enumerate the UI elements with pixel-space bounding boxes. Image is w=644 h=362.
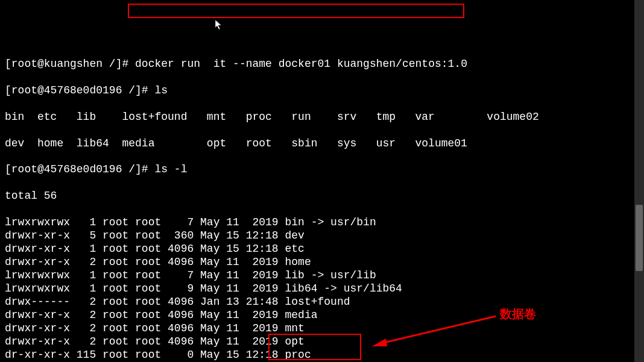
scrollbar-thumb[interactable] bbox=[636, 205, 643, 271]
shell-prompt: [root@45768e0d0196 /]# bbox=[5, 163, 154, 175]
ls-long-listing: lrwxrwxrwx 1 root root 7 May 11 2019 bin… bbox=[5, 216, 639, 362]
command-text: ls bbox=[154, 84, 168, 96]
annotation-label: 数据卷 bbox=[500, 307, 536, 321]
shell-prompt: [root@45768e0d0196 /]# bbox=[5, 84, 154, 96]
terminal-line: [root@45768e0d0196 /]# ls bbox=[5, 84, 639, 98]
terminal-line: [root@45768e0d0196 /]# ls -l bbox=[5, 163, 639, 176]
shell-prompt: [root@kuangshen /]# bbox=[5, 58, 135, 70]
terminal-line: [root@kuangshen /]# docker run it --name… bbox=[5, 58, 639, 71]
command-text: ls -l bbox=[154, 163, 187, 175]
ls-output-line: bin etc lib lost+found mnt proc run srv … bbox=[5, 111, 639, 124]
highlight-box-command bbox=[128, 4, 464, 18]
ls-output-line: dev home lib64 media opt root sbin sys u… bbox=[5, 137, 639, 151]
ls-total-line: total 56 bbox=[5, 190, 639, 203]
mouse-cursor-icon bbox=[201, 6, 224, 34]
scrollbar-track[interactable] bbox=[634, 0, 644, 362]
command-text: docker run it --name docker01 kuangshen/… bbox=[135, 58, 467, 70]
